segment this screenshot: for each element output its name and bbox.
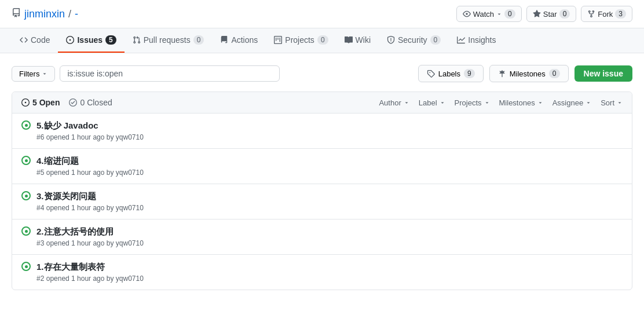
projects-filter-label: Projects	[455, 98, 482, 107]
issue-title[interactable]: 2.注意大括号的使用	[36, 226, 114, 236]
author-filter[interactable]: Author	[379, 98, 409, 107]
header: jinminxin / - Watch 0 Star 0 Fork 3	[0, 0, 644, 28]
nav-tabs: Code Issues 5 Pull requests 0 Actions Pr…	[0, 28, 644, 53]
labels-button[interactable]: Labels 9	[418, 65, 484, 82]
tab-issues-badge: 5	[105, 35, 116, 45]
toolbar-left: Filters	[12, 65, 280, 82]
tab-projects[interactable]: Projects 0	[266, 28, 336, 53]
milestone-icon	[498, 69, 506, 78]
open-issue-icon	[21, 98, 30, 107]
tab-projects-badge: 0	[317, 35, 328, 45]
search-input[interactable]	[60, 65, 280, 82]
repo-link[interactable]: -	[75, 8, 78, 20]
watch-label: Watch	[473, 10, 494, 19]
issue-title[interactable]: 1.存在大量制表符	[36, 262, 105, 272]
watch-button[interactable]: Watch 0	[456, 6, 522, 22]
owner-link[interactable]: jinminxin	[24, 8, 65, 20]
code-icon	[20, 36, 28, 44]
issue-open-icon	[21, 156, 31, 165]
milestones-count: 0	[549, 69, 560, 78]
wiki-icon	[345, 36, 353, 44]
fork-label: Fork	[598, 10, 613, 19]
fork-button[interactable]: Fork 3	[581, 6, 632, 22]
milestones-label: Milestones	[510, 69, 546, 78]
issue-opened: opened 1 hour ago by yqw0710	[46, 169, 144, 177]
header-actions: Watch 0 Star 0 Fork 3	[456, 6, 632, 22]
eye-icon	[463, 10, 471, 18]
projects-icon	[274, 36, 282, 44]
fork-icon	[587, 10, 595, 18]
issues-header: 5 Open 0 Closed Author Label Projects	[12, 92, 632, 114]
issue-open-icon	[21, 191, 31, 200]
milestones-button[interactable]: Milestones 0	[489, 65, 569, 82]
actions-icon	[220, 36, 228, 44]
tab-pull-requests[interactable]: Pull requests 0	[125, 28, 213, 53]
issue-meta: #6 opened 1 hour ago by yqw0710	[36, 133, 623, 141]
chevron-down-icon	[537, 100, 543, 105]
closed-count-label: 0 Closed	[80, 98, 112, 107]
issue-content: 1.存在大量制表符 #2 opened 1 hour ago by yqw071…	[36, 262, 623, 283]
issue-content: 3.资源关闭问题 #4 opened 1 hour ago by yqw0710	[36, 191, 623, 212]
sort-filter-label: Sort	[601, 98, 614, 107]
issue-item-5: 4.缩进问题 #5 opened 1 hour ago by yqw0710	[12, 149, 632, 184]
milestones-filter-label: Milestones	[499, 98, 535, 107]
main-content: Filters Labels 9 Milestones 0 New issue	[0, 53, 644, 302]
issue-number: #4	[36, 204, 44, 212]
milestones-filter[interactable]: Milestones	[499, 98, 543, 107]
issue-opened: opened 1 hour ago by yqw0710	[46, 239, 144, 247]
label-filter-label: Label	[419, 98, 437, 107]
chevron-down-icon	[42, 71, 47, 76]
watch-count: 0	[504, 9, 515, 19]
issue-meta: #4 opened 1 hour ago by yqw0710	[36, 204, 623, 212]
tab-code[interactable]: Code	[12, 28, 58, 53]
tab-security-label: Security	[398, 35, 427, 45]
assignee-filter[interactable]: Assignee	[552, 98, 591, 107]
tab-insights-label: Insights	[468, 35, 496, 45]
star-icon	[533, 10, 541, 18]
filters-button[interactable]: Filters	[12, 66, 55, 82]
issue-content: 5.缺少 Javadoc #6 opened 1 hour ago by yqw…	[36, 120, 623, 141]
insights-icon	[457, 36, 465, 44]
tab-insights[interactable]: Insights	[449, 28, 504, 53]
tab-pull-requests-label: Pull requests	[144, 35, 191, 45]
tab-code-label: Code	[31, 35, 50, 45]
open-count: 5 Open	[21, 98, 60, 107]
assignee-filter-label: Assignee	[552, 98, 583, 107]
tab-wiki[interactable]: Wiki	[336, 28, 379, 53]
chevron-down-icon	[496, 11, 502, 17]
separator: /	[68, 8, 71, 20]
tab-issues[interactable]: Issues 5	[58, 28, 124, 53]
repo-icon	[12, 8, 21, 20]
filters-label: Filters	[19, 69, 39, 78]
label-filter[interactable]: Label	[419, 98, 445, 107]
issue-number: #3	[36, 239, 44, 247]
labels-label: Labels	[438, 69, 460, 78]
author-filter-label: Author	[379, 98, 401, 107]
chevron-down-icon	[404, 100, 409, 105]
security-icon	[387, 36, 395, 44]
issue-opened: opened 1 hour ago by yqw0710	[46, 133, 144, 141]
issue-title[interactable]: 4.缩进问题	[36, 156, 79, 166]
tab-security[interactable]: Security 0	[379, 28, 449, 53]
issue-title[interactable]: 5.缺少 Javadoc	[36, 120, 98, 130]
issue-open-icon	[21, 120, 31, 130]
tab-actions[interactable]: Actions	[212, 28, 266, 53]
toolbar-right: Labels 9 Milestones 0 New issue	[418, 65, 632, 82]
issue-meta: #3 opened 1 hour ago by yqw0710	[36, 239, 623, 247]
repo-title: jinminxin / -	[12, 8, 78, 20]
new-issue-button[interactable]: New issue	[575, 65, 632, 82]
projects-filter[interactable]: Projects	[455, 98, 490, 107]
closed-count[interactable]: 0 Closed	[69, 98, 112, 107]
sort-filter[interactable]: Sort	[601, 98, 623, 107]
chevron-down-icon	[484, 100, 490, 105]
issue-number: #6	[36, 133, 44, 141]
issue-opened: opened 1 hour ago by yqw0710	[46, 204, 144, 212]
pull-request-icon	[133, 36, 141, 44]
issue-item-2: 1.存在大量制表符 #2 opened 1 hour ago by yqw071…	[12, 255, 632, 290]
issue-meta: #5 opened 1 hour ago by yqw0710	[36, 169, 623, 177]
issue-title[interactable]: 3.资源关闭问题	[36, 191, 96, 201]
tab-pull-requests-badge: 0	[193, 35, 204, 45]
issue-item-4: 3.资源关闭问题 #4 opened 1 hour ago by yqw0710	[12, 184, 632, 219]
issue-content: 4.缩进问题 #5 opened 1 hour ago by yqw0710	[36, 156, 623, 177]
star-button[interactable]: Star 0	[526, 6, 577, 22]
